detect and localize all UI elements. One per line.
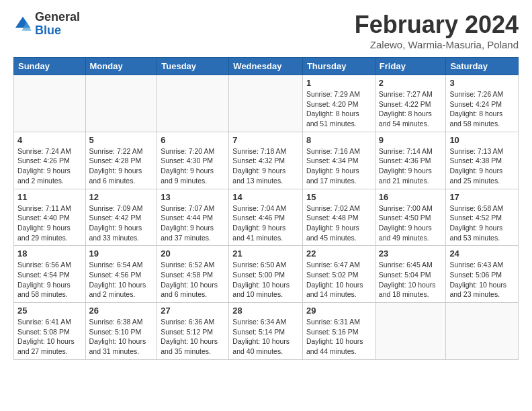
calendar-cell: 9Sunrise: 7:14 AM Sunset: 4:36 PM Daylig… (375, 132, 446, 189)
calendar-day-header: Monday (85, 58, 157, 75)
day-number: 24 (449, 248, 515, 259)
day-info: Sunrise: 6:45 AM Sunset: 5:04 PM Dayligh… (379, 260, 443, 300)
calendar-cell: 13Sunrise: 7:07 AM Sunset: 4:44 PM Dayli… (157, 189, 229, 246)
day-info: Sunrise: 7:04 AM Sunset: 4:46 PM Dayligh… (232, 203, 299, 243)
day-number: 9 (379, 135, 443, 145)
day-info: Sunrise: 7:13 AM Sunset: 4:38 PM Dayligh… (449, 146, 515, 186)
calendar-cell: 10Sunrise: 7:13 AM Sunset: 4:38 PM Dayli… (446, 132, 519, 189)
calendar-week-row: 18Sunrise: 6:56 AM Sunset: 4:54 PM Dayli… (14, 246, 519, 303)
day-number: 14 (232, 192, 299, 202)
calendar-cell: 2Sunrise: 7:27 AM Sunset: 4:22 PM Daylig… (375, 75, 446, 132)
logo-text: General Blue (35, 11, 80, 38)
day-number: 28 (232, 306, 299, 316)
day-number: 17 (449, 192, 515, 202)
day-number: 10 (449, 135, 515, 145)
day-number: 6 (161, 135, 225, 145)
day-info: Sunrise: 6:50 AM Sunset: 5:00 PM Dayligh… (232, 260, 299, 300)
calendar-cell: 22Sunrise: 6:47 AM Sunset: 5:02 PM Dayli… (302, 246, 375, 303)
day-info: Sunrise: 7:00 AM Sunset: 4:50 PM Dayligh… (379, 203, 443, 243)
calendar-cell: 28Sunrise: 6:34 AM Sunset: 5:14 PM Dayli… (229, 303, 303, 360)
day-info: Sunrise: 7:24 AM Sunset: 4:26 PM Dayligh… (17, 146, 82, 186)
calendar-cell: 29Sunrise: 6:31 AM Sunset: 5:16 PM Dayli… (302, 303, 375, 360)
day-number: 29 (306, 306, 371, 316)
day-number: 22 (306, 248, 371, 259)
day-number: 26 (89, 306, 154, 316)
day-number: 27 (161, 306, 225, 316)
day-number: 18 (17, 248, 82, 259)
day-info: Sunrise: 6:54 AM Sunset: 4:56 PM Dayligh… (89, 260, 154, 300)
day-info: Sunrise: 7:29 AM Sunset: 4:20 PM Dayligh… (306, 89, 371, 129)
page: General Blue February 2024 Zalewo, Warmi… (0, 0, 532, 367)
day-info: Sunrise: 6:31 AM Sunset: 5:16 PM Dayligh… (306, 317, 371, 357)
calendar-cell: 1Sunrise: 7:29 AM Sunset: 4:20 PM Daylig… (302, 75, 375, 132)
calendar: SundayMondayTuesdayWednesdayThursdayFrid… (13, 57, 519, 360)
calendar-cell: 7Sunrise: 7:18 AM Sunset: 4:32 PM Daylig… (229, 132, 303, 189)
calendar-cell: 3Sunrise: 7:26 AM Sunset: 4:24 PM Daylig… (446, 75, 519, 132)
calendar-cell: 20Sunrise: 6:52 AM Sunset: 4:58 PM Dayli… (157, 246, 229, 303)
calendar-cell: 26Sunrise: 6:38 AM Sunset: 5:10 PM Dayli… (85, 303, 157, 360)
day-number: 15 (306, 192, 371, 202)
calendar-week-row: 1Sunrise: 7:29 AM Sunset: 4:20 PM Daylig… (14, 75, 519, 132)
calendar-cell (446, 303, 519, 360)
day-info: Sunrise: 7:20 AM Sunset: 4:30 PM Dayligh… (161, 146, 225, 186)
calendar-cell: 25Sunrise: 6:41 AM Sunset: 5:08 PM Dayli… (14, 303, 86, 360)
day-info: Sunrise: 7:26 AM Sunset: 4:24 PM Dayligh… (449, 89, 515, 129)
calendar-week-row: 4Sunrise: 7:24 AM Sunset: 4:26 PM Daylig… (14, 132, 519, 189)
calendar-cell: 17Sunrise: 6:58 AM Sunset: 4:52 PM Dayli… (446, 189, 519, 246)
calendar-day-header: Tuesday (157, 58, 229, 75)
calendar-cell: 16Sunrise: 7:00 AM Sunset: 4:50 PM Dayli… (375, 189, 446, 246)
day-number: 12 (89, 192, 154, 202)
calendar-cell: 11Sunrise: 7:11 AM Sunset: 4:40 PM Dayli… (14, 189, 86, 246)
calendar-cell: 15Sunrise: 7:02 AM Sunset: 4:48 PM Dayli… (302, 189, 375, 246)
calendar-cell: 21Sunrise: 6:50 AM Sunset: 5:00 PM Dayli… (229, 246, 303, 303)
day-number: 11 (17, 192, 82, 202)
calendar-cell: 27Sunrise: 6:36 AM Sunset: 5:12 PM Dayli… (157, 303, 229, 360)
calendar-cell: 24Sunrise: 6:43 AM Sunset: 5:06 PM Dayli… (446, 246, 519, 303)
calendar-header-row: SundayMondayTuesdayWednesdayThursdayFrid… (14, 58, 519, 75)
title-block: February 2024 Zalewo, Warmia-Masuria, Po… (355, 11, 519, 50)
calendar-day-header: Thursday (302, 58, 375, 75)
calendar-week-row: 11Sunrise: 7:11 AM Sunset: 4:40 PM Dayli… (14, 189, 519, 246)
logo-icon (13, 15, 32, 34)
day-info: Sunrise: 7:18 AM Sunset: 4:32 PM Dayligh… (232, 146, 299, 186)
calendar-cell (375, 303, 446, 360)
day-info: Sunrise: 6:56 AM Sunset: 4:54 PM Dayligh… (17, 260, 82, 300)
calendar-day-header: Friday (375, 58, 446, 75)
day-number: 3 (449, 78, 515, 88)
day-info: Sunrise: 6:34 AM Sunset: 5:14 PM Dayligh… (232, 317, 299, 357)
day-number: 7 (232, 135, 299, 145)
calendar-week-row: 25Sunrise: 6:41 AM Sunset: 5:08 PM Dayli… (14, 303, 519, 360)
day-info: Sunrise: 6:41 AM Sunset: 5:08 PM Dayligh… (17, 317, 82, 357)
calendar-cell: 18Sunrise: 6:56 AM Sunset: 4:54 PM Dayli… (14, 246, 86, 303)
day-number: 23 (379, 248, 443, 259)
calendar-cell: 5Sunrise: 7:22 AM Sunset: 4:28 PM Daylig… (85, 132, 157, 189)
calendar-cell (229, 75, 303, 132)
logo: General Blue (13, 11, 80, 38)
day-number: 4 (17, 135, 82, 145)
month-title: February 2024 (355, 11, 519, 39)
calendar-cell: 19Sunrise: 6:54 AM Sunset: 4:56 PM Dayli… (85, 246, 157, 303)
location: Zalewo, Warmia-Masuria, Poland (355, 39, 519, 50)
logo-general: General (35, 11, 80, 24)
calendar-cell (157, 75, 229, 132)
calendar-cell: 12Sunrise: 7:09 AM Sunset: 4:42 PM Dayli… (85, 189, 157, 246)
day-number: 1 (306, 78, 371, 88)
day-info: Sunrise: 6:43 AM Sunset: 5:06 PM Dayligh… (449, 260, 515, 300)
day-number: 8 (306, 135, 371, 145)
calendar-day-header: Sunday (14, 58, 86, 75)
day-info: Sunrise: 7:07 AM Sunset: 4:44 PM Dayligh… (161, 203, 225, 243)
day-info: Sunrise: 7:11 AM Sunset: 4:40 PM Dayligh… (17, 203, 82, 243)
day-info: Sunrise: 7:16 AM Sunset: 4:34 PM Dayligh… (306, 146, 371, 186)
day-info: Sunrise: 6:38 AM Sunset: 5:10 PM Dayligh… (89, 317, 154, 357)
calendar-cell (14, 75, 86, 132)
day-number: 5 (89, 135, 154, 145)
day-info: Sunrise: 7:09 AM Sunset: 4:42 PM Dayligh… (89, 203, 154, 243)
calendar-cell (85, 75, 157, 132)
day-info: Sunrise: 7:02 AM Sunset: 4:48 PM Dayligh… (306, 203, 371, 243)
calendar-cell: 14Sunrise: 7:04 AM Sunset: 4:46 PM Dayli… (229, 189, 303, 246)
day-number: 2 (379, 78, 443, 88)
day-number: 13 (161, 192, 225, 202)
day-info: Sunrise: 7:22 AM Sunset: 4:28 PM Dayligh… (89, 146, 154, 186)
calendar-cell: 8Sunrise: 7:16 AM Sunset: 4:34 PM Daylig… (302, 132, 375, 189)
day-number: 19 (89, 248, 154, 259)
